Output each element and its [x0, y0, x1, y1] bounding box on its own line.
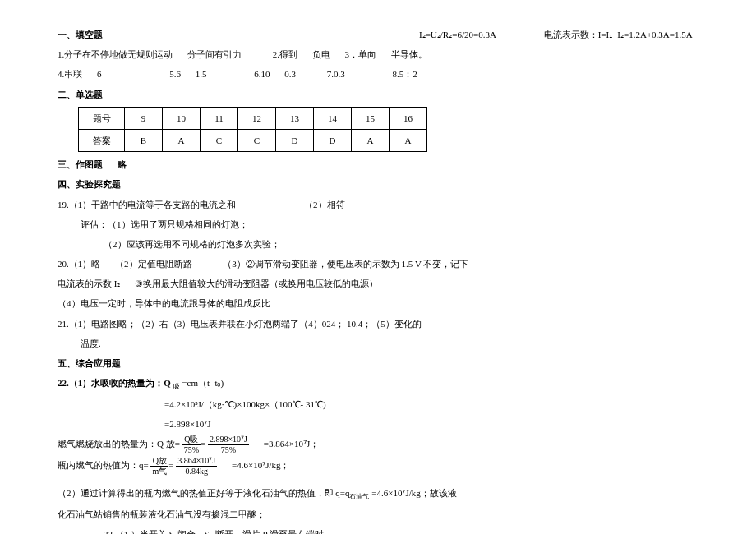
fraction-1: Q吸 75%	[182, 435, 201, 455]
q6: 6.10	[254, 69, 270, 79]
q1-line: 1.分子在不停地做无规则运动 分子间有引力 2.得到 负电 3．单向 半导体。	[58, 44, 698, 64]
q22-1b: =cm（t- t₀)	[182, 378, 224, 388]
section-5-title: 五、综合应用题	[58, 353, 698, 373]
ta-10: A	[163, 129, 201, 151]
frac1-top: Q吸	[182, 435, 201, 445]
th-13: 13	[276, 107, 314, 129]
frac2b-top: 3.864×10⁷J	[176, 456, 217, 467]
q19-line2: 评估：（1）选用了两只规格相同的灯泡；	[58, 214, 698, 234]
th-9: 9	[125, 107, 163, 129]
q19b: （2）相符	[304, 200, 345, 209]
q22-5b: =4.6×10⁷J/kg；故该液	[371, 488, 457, 498]
th-16: 16	[390, 107, 427, 129]
q19a: 19.（1）干路中的电流等于各支路的电流之和	[58, 200, 236, 209]
q20-line2: 电流表的示数 I₂ ③换用最大阻值较大的滑动变阻器（或换用电压较低的电源）	[58, 274, 698, 293]
q20d: 电流表的示数 I₂	[58, 279, 120, 288]
q20-line3: （4）电压一定时，导体中的电流跟导体的电阻成反比	[58, 293, 698, 313]
q19-line3: （2）应该再选用不同规格的灯泡多次实验；	[58, 234, 698, 254]
q22-1a: 22.（1）水吸收的热量为：Q	[58, 378, 173, 388]
q20e: ③换用最大阻值较大的滑动变阻器（或换用电压较低的电源）	[135, 279, 378, 288]
q22-line3: 燃气燃烧放出的热量为：Q 放= Q吸 75% = 2.898×10⁷J 75% …	[58, 434, 698, 455]
ta-9: B	[125, 129, 163, 151]
q20c: （3）②调节滑动变阻器，使电压表的示数为 1.5 V 不变，记下	[223, 259, 468, 269]
q22-4a: 瓶内燃气的热值为：q=	[58, 460, 149, 470]
q21-line2: 温度.	[58, 334, 698, 353]
q1e: 3．单向	[345, 49, 377, 59]
q1f: 半导体。	[391, 49, 427, 59]
absorb-sub: 吸	[173, 383, 180, 390]
q22-5sub: 石油气	[349, 493, 369, 500]
q22-line4: 瓶内燃气的热值为：q= Q放 m气 = 3.864×10⁷J 0.84kg =4…	[58, 455, 698, 476]
q20a: 20.（1）略	[58, 259, 100, 269]
q21-line1: 21.（1）电路图略；（2）右（3）电压表并联在小灯泡两端了（4）024； 10…	[58, 314, 698, 334]
th-15: 15	[352, 107, 390, 129]
answer-table: 题号 9 10 11 12 13 14 15 16 答案 B A C C D D…	[78, 107, 427, 152]
frac1-bot: 75%	[182, 445, 201, 455]
frac1b-top: 2.898×10⁷J	[208, 435, 249, 445]
section-4-title: 四、实验探究题	[58, 174, 698, 194]
ta-15: A	[352, 129, 390, 151]
q22-4b: =4.6×10⁷J/kg；	[232, 460, 290, 470]
ta-11: C	[201, 129, 238, 151]
fraction-1b: 2.898×10⁷J 75%	[208, 435, 249, 455]
ta-label: 答案	[79, 129, 125, 151]
ta-12: C	[238, 129, 276, 151]
q19-line1: 19.（1）干路中的电流等于各支路的电流之和 （2）相符	[58, 195, 698, 214]
q5b: 1.5	[196, 69, 207, 79]
q4-line: 4.串联 6 5.6 1.5 6.10 0.3 7.0.3 8.5：2	[58, 64, 698, 84]
th-12: 12	[238, 107, 276, 129]
q1d: 负电	[312, 49, 330, 59]
q7: 7.0.3	[327, 69, 345, 79]
q6b: 0.3	[284, 69, 296, 79]
q4b: 6	[97, 69, 102, 79]
q22-line2b: =2.898×10⁷J	[58, 414, 698, 434]
table-answer-row: 答案 B A C C D D A A	[79, 129, 427, 151]
ta-16: A	[390, 129, 427, 151]
q22-5: （2）通过计算得出的瓶内燃气的热值正好等于液化石油气的热值，即 q=q	[58, 488, 349, 498]
q5: 5.6	[169, 69, 181, 79]
th-label: 题号	[79, 107, 125, 129]
q22-3b: =3.864×10⁷J；	[264, 439, 319, 449]
fraction-2: Q放 m气	[150, 456, 168, 476]
q22-3a: 燃气燃烧放出的热量为：Q 放=	[58, 439, 180, 449]
table-header-row: 题号 9 10 11 12 13 14 15 16	[79, 107, 427, 129]
q22-line6: 化石油气站销售的瓶装液化石油气没有掺混二甲醚；	[58, 504, 698, 524]
q22-line5: （2）通过计算得出的瓶内燃气的热值正好等于液化石油气的热值，即 q=q石油气 =…	[58, 483, 698, 504]
q22-line2a: =4.2×10³J/（kg·℃)×100kg×（100℃- 31℃)	[58, 394, 698, 414]
th-11: 11	[201, 107, 238, 129]
column-2: I₂=U₂/R₂=6/20=0.3A 电流表示数：I=I₁+I₂=1.2A+0.…	[419, 25, 693, 44]
th-10: 10	[163, 107, 201, 129]
q1a: 1.分子在不停地做无规则运动	[58, 49, 173, 59]
section-2-title: 二、单选题	[58, 85, 698, 104]
frac2b-bot: 0.84kg	[176, 467, 217, 476]
ta-13: D	[276, 129, 314, 151]
col2-a: I₂=U₂/R₂=6/20=0.3A	[419, 30, 496, 39]
q22-line1: 22.（1）水吸收的热量为：Q 吸 =cm（t- t₀)	[58, 373, 698, 394]
ta-14: D	[314, 129, 352, 151]
q23-line1: 23.（1 ）当开关 S₁闭合，S₂ 断开，滑片 P 滑至最左端时,	[58, 524, 698, 534]
th-14: 14	[314, 107, 352, 129]
frac1b-bot: 75%	[208, 445, 249, 455]
q20b: （2）定值电阻断路	[115, 259, 192, 269]
col2-b: 电流表示数：I=I₁+I₂=1.2A+0.3A=1.5A	[544, 30, 693, 39]
q1b: 分子间有引力	[187, 49, 242, 59]
section-3-line: 三、作图题 略	[58, 154, 698, 174]
section-3-omit: 略	[118, 159, 127, 169]
section-3-title: 三、作图题	[58, 159, 103, 169]
q1c: 2.得到	[273, 49, 297, 59]
frac2-top: Q放	[150, 456, 168, 467]
q21b: 10.4；（5）变化的	[347, 319, 422, 329]
q4a: 4.串联	[58, 69, 82, 79]
frac2-bot: m气	[150, 467, 168, 476]
q21a: 21.（1）电路图略；（2）右（3）电压表并联在小灯泡两端了（4）024；	[58, 319, 344, 329]
fraction-2b: 3.864×10⁷J 0.84kg	[176, 456, 217, 476]
q8: 8.5：2	[393, 69, 417, 79]
q20-line1: 20.（1）略 （2）定值电阻断路 （3）②调节滑动变阻器，使电压表的示数为 1…	[58, 254, 698, 274]
